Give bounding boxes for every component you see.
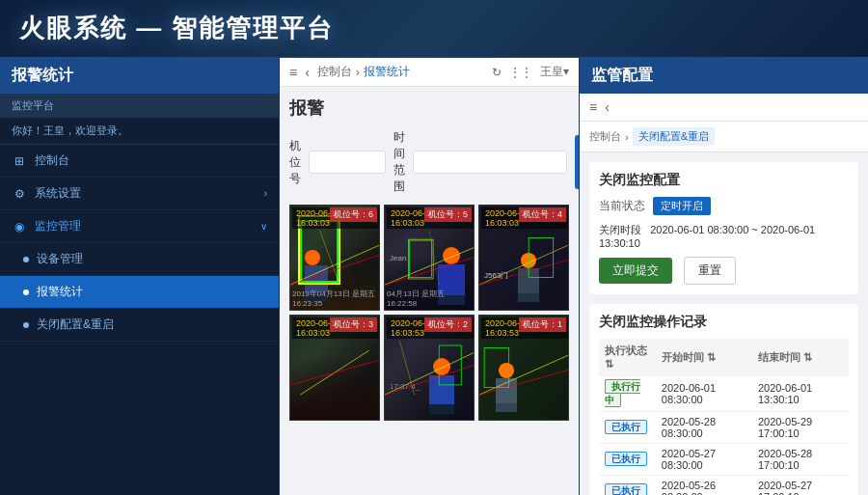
video-cell-4[interactable]: 2020-06-11 16:03:03 机位号：3 <box>289 315 380 421</box>
nav-system[interactable]: ⚙ 系统设置 › <box>0 178 279 210</box>
user-button[interactable]: 王皇▾ <box>540 64 569 80</box>
right-content: 关闭监控配置 当前状态 定时开启 关闭时段 2020-06-01 08:30:0… <box>580 152 868 495</box>
time-range-input[interactable] <box>413 151 567 174</box>
cam-id-6: 机位号：1 <box>519 317 566 332</box>
right-toolbar: ≡ ‹ <box>580 94 868 122</box>
nav-back-icon[interactable]: ‹ <box>305 65 310 80</box>
svg-line-17 <box>479 355 568 395</box>
status-label: 当前状态 <box>599 198 645 214</box>
table-row: 执行行中 2020-06-01 08:30:00 2020-06-01 13:3… <box>599 376 849 412</box>
table-row: 已执行 2020-05-27 08:30:00 2020-05-28 17:00… <box>599 444 849 476</box>
left-panel: 报警统计 监控平台 你好！王皇，欢迎登录。 ⊞ 控制台 ⚙ 系统设置 › ◉ 监… <box>0 58 280 495</box>
records-section: 关闭监控操作记录 执行状态 ⇅ 开始时间 ⇅ 结束时间 ⇅ 执行行中 2020-… <box>589 304 858 495</box>
nav-label: 系统设置 <box>35 185 81 202</box>
nav-label: 控制台 <box>35 152 69 169</box>
cam-id-3: 机位号：4 <box>519 207 566 222</box>
right-panel: 监管配置 ≡ ‹ 控制台 › 关闭配置&重启 关闭监控配置 当前状态 定时开启 … <box>579 58 868 495</box>
video-grid: 2020-06-11 16:03:03 机位号：6 2019年04月13日 是期… <box>289 205 569 421</box>
reset-button[interactable]: 重置 <box>684 257 736 285</box>
nav-label: 监控管理 <box>35 218 81 234</box>
welcome-text: 你好！王皇，欢迎登录。 <box>0 118 279 145</box>
record-end: 2020-05-29 17:00:10 <box>752 412 849 444</box>
col-start: 开始时间 ⇅ <box>656 339 752 376</box>
dot-icon <box>23 322 29 328</box>
nav-dashboard[interactable]: ⊞ 控制台 <box>0 145 279 178</box>
cam-jean: Jean <box>390 254 406 262</box>
video-cell-1[interactable]: 2020-06-11 16:03:03 机位号：6 2019年04月13日 是期… <box>289 205 380 311</box>
filter-label-2: 时间范围 <box>393 129 405 195</box>
svg-rect-7 <box>409 239 434 279</box>
svg-line-18 <box>479 371 568 396</box>
cam-date-1: 2019年04月13日 是期五 16:23:35 <box>292 289 379 308</box>
menu-icon[interactable]: ≡ <box>289 65 297 80</box>
chevron-right-icon: › <box>264 188 267 199</box>
close-monitor-title: 关闭监控配置 <box>599 172 849 189</box>
submit-button[interactable]: 立即提交 <box>599 258 672 284</box>
video-cell-3[interactable]: J563门 2020-06-11 16:03:03 机位号：4 <box>478 205 569 311</box>
video-cell-6[interactable]: 2020-06-11 16:03:53 机位号：1 <box>478 315 569 421</box>
record-status: 已执行 <box>599 444 656 476</box>
dots-icon[interactable]: ⋮⋮ <box>509 66 532 79</box>
filter-label-1: 机位号 <box>289 138 301 187</box>
dot-icon <box>23 289 29 295</box>
svg-line-12 <box>290 360 379 385</box>
breadcrumb-sep: › <box>356 66 360 79</box>
record-start: 2020-05-26 08:30:00 <box>656 476 752 496</box>
nav-sub-config[interactable]: 关闭配置&重启 <box>0 309 279 342</box>
time-range-row: 关闭时段 2020-06-01 08:30:00 ~ 2020-06-01 13… <box>599 223 849 249</box>
cam-id-5: 机位号：2 <box>424 317 472 332</box>
record-end: 2020-06-01 13:30:10 <box>752 376 849 412</box>
header: 火眼系统 — 智能管理平台 <box>0 0 868 58</box>
system-icon: ⚙ <box>12 187 27 201</box>
svg-line-1 <box>290 255 379 285</box>
svg-rect-16 <box>439 345 461 385</box>
cam-id-1: 机位号：6 <box>330 207 377 222</box>
right-bc-home[interactable]: 控制台 <box>589 129 621 144</box>
table-row: 已执行 2020-05-26 08:30:00 2020-05-27 17:00… <box>599 476 849 496</box>
cam-date-2: 04月13日 是期五 16:22:58 <box>387 289 474 308</box>
record-status: 已执行 <box>599 412 656 444</box>
record-start: 2020-06-01 08:30:00 <box>656 376 752 412</box>
right-breadcrumb: 控制台 › 关闭配置&重启 <box>580 122 868 152</box>
records-title: 关闭监控操作记录 <box>599 314 849 331</box>
cam-id-2: 机位号：5 <box>424 207 472 222</box>
status-badge: 定时开启 <box>653 197 711 215</box>
center-panel: ≡ ‹ 控制台 › 报警统计 ↻ ⋮⋮ 王皇▾ 报警 机位号 时间范围 Q 检 <box>280 58 579 495</box>
right-menu-icon[interactable]: ≡ <box>589 99 597 115</box>
app-title: 火眼系统 — 智能管理平台 <box>19 12 849 45</box>
dot-icon <box>23 257 29 262</box>
action-buttons: 立即提交 重置 <box>599 257 849 285</box>
nav-sub-device[interactable]: 设备管理 <box>0 243 279 276</box>
cam-id-4: 机位号：3 <box>330 317 377 332</box>
monitor-icon: ◉ <box>12 220 27 234</box>
video-cell-2[interactable]: Jean 2020-06-11 16:03:03 机位号：5 04月13日 是期… <box>384 205 475 311</box>
svg-line-2 <box>320 231 339 285</box>
nav-label: 设备管理 <box>37 251 83 267</box>
section-title: 报警 <box>289 96 569 120</box>
col-status: 执行状态 ⇅ <box>599 339 656 376</box>
nav-sub-alarm[interactable]: 报警统计 <box>0 276 279 309</box>
time-range-label: 关闭时段 <box>599 224 641 235</box>
nav-label: 报警统计 <box>37 284 83 300</box>
nav-monitor[interactable]: ◉ 监控管理 ∨ <box>0 210 279 243</box>
chevron-down-icon: ∨ <box>260 221 267 232</box>
records-table: 执行状态 ⇅ 开始时间 ⇅ 结束时间 ⇅ 执行行中 2020-06-01 08:… <box>599 339 849 495</box>
record-start: 2020-05-27 08:30:00 <box>656 444 752 476</box>
filter-bar: 机位号 时间范围 Q 检索 <box>289 129 569 195</box>
toolbar-right: ↻ ⋮⋮ 王皇▾ <box>492 64 569 80</box>
right-nav-back-icon[interactable]: ‹ <box>605 99 610 115</box>
video-cell-5[interactable]: 17:37:4_ 2020-06-11 16:03:53 机位号：2 <box>384 315 475 421</box>
breadcrumb-home[interactable]: 控制台 <box>317 64 352 80</box>
center-toolbar: ≡ ‹ 控制台 › 报警统计 ↻ ⋮⋮ 王皇▾ <box>280 58 579 87</box>
right-bc-sep: › <box>625 131 629 143</box>
close-monitor-section: 关闭监控配置 当前状态 定时开启 关闭时段 2020-06-01 08:30:0… <box>589 162 858 294</box>
platform-bar: 监控平台 <box>0 94 279 118</box>
refresh-icon[interactable]: ↻ <box>492 66 502 79</box>
record-start: 2020-05-28 08:30:00 <box>656 412 752 444</box>
breadcrumb-current: 报警统计 <box>364 64 410 80</box>
svg-rect-19 <box>484 348 509 388</box>
nav-label: 关闭配置&重启 <box>37 316 114 333</box>
record-end: 2020-05-28 17:00:10 <box>752 444 849 476</box>
breadcrumb: 控制台 › 报警统计 <box>317 64 410 80</box>
machine-id-input[interactable] <box>309 151 386 174</box>
